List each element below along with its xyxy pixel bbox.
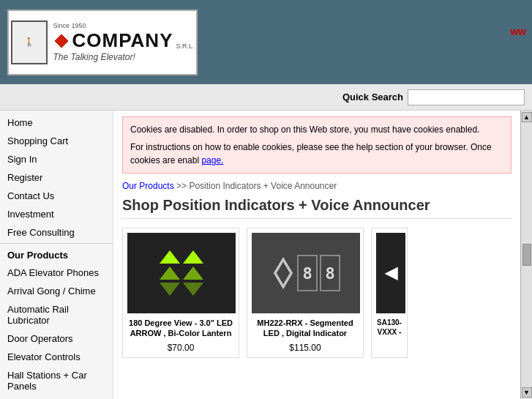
tri-up-2: [183, 250, 203, 264]
sidebar-item-automatic-rail-lubricator[interactable]: Automatic Rail Lubricator: [0, 300, 113, 329]
logo-box: 🚶 Since 1950 COMPANY S.R.L. The Talking …: [7, 10, 198, 75]
seg-arrow-icon: [271, 255, 295, 291]
sidebar-item-door-operators[interactable]: Door Operators: [0, 329, 113, 348]
arrow-row-1: [160, 250, 203, 264]
arrow-row-2: [160, 266, 203, 280]
tri-up-4: [183, 266, 203, 280]
product-name-2: MH222-RRX - Segmented LED , Digital Indi…: [252, 318, 359, 340]
logo-srl: S.R.L.: [176, 42, 194, 50]
product-card-1: 180 Degree View - 3.0" LED ARROW , Bi-Co…: [122, 228, 239, 358]
svg-marker-2: [276, 261, 291, 286]
seg-display: 8 8: [271, 255, 340, 291]
arrow-row-3: [160, 283, 203, 296]
search-label: Quick Search: [342, 92, 403, 102]
sidebar-item-register[interactable]: Register: [0, 168, 113, 187]
tri-up-1: [160, 250, 180, 264]
search-input[interactable]: [408, 89, 525, 105]
cookie-notice-line2: For instructions on how to enable cookie…: [130, 141, 503, 167]
products-grid: 180 Degree View - 3.0" LED ARROW , Bi-Co…: [122, 228, 512, 358]
product-image-2[interactable]: 8 8: [252, 233, 360, 313]
svg-marker-1: [274, 258, 292, 288]
sidebar-item-free-consulting[interactable]: Free Consulting: [0, 223, 113, 242]
svg-marker-0: [55, 34, 68, 48]
logo-tagline: The Talking Elevator!: [53, 52, 195, 62]
sidebar-item-investment[interactable]: Investment: [0, 205, 113, 223]
sidebar-section-title: Our Products: [0, 245, 113, 264]
sidebar-item-hall-stations-car-panels[interactable]: Hall Stations + Car Panels: [0, 366, 113, 395]
sidebar: Home Shopping Cart Sign In Register Cont…: [0, 111, 113, 399]
diamond-icon: [53, 33, 70, 49]
cookie-notice-line2-text: For instructions on how to enable cookie…: [130, 142, 492, 165]
logo-text-group: Since 1950 COMPANY S.R.L. The Talking El…: [53, 22, 195, 62]
product-card-2: 8 8 MH222-RRX - Segmented LED , Digital …: [247, 228, 364, 358]
scroll-down-button[interactable]: ▼: [522, 387, 532, 398]
cookie-notice-line1: Cookies are disabled. In order to shop o…: [130, 123, 503, 136]
sidebar-item-ada-elevator-phones[interactable]: ADA Elevator Phones: [0, 264, 113, 282]
product-price-2: $115.00: [252, 343, 359, 353]
tri-down-1: [160, 283, 180, 296]
breadcrumb-home[interactable]: Our Products: [122, 181, 174, 191]
breadcrumb-sep: >>: [174, 181, 187, 191]
sidebar-item-elevator-controls[interactable]: Elevator Controls: [0, 348, 113, 366]
header: 🚶 Since 1950 COMPANY S.R.L. The Talking …: [0, 0, 532, 84]
product-image-3[interactable]: ◀: [376, 233, 405, 313]
sidebar-item-light-curtains-door[interactable]: Light Curtains-Door: [0, 395, 113, 399]
cookie-notice-link[interactable]: page.: [201, 155, 223, 165]
scroll-up-button[interactable]: ▲: [522, 112, 532, 122]
right-scrollbar: ▲ ▼: [520, 111, 532, 399]
sidebar-item-sign-in[interactable]: Sign In: [0, 150, 113, 168]
main-layout: Home Shopping Cart Sign In Register Cont…: [0, 111, 532, 399]
content-area: Cookies are disabled. In order to shop o…: [113, 111, 520, 399]
product-image-1[interactable]: [127, 233, 236, 313]
logo-company: COMPANY: [72, 29, 173, 52]
sidebar-item-home[interactable]: Home: [0, 113, 113, 132]
product-price-1: $70.00: [127, 343, 234, 353]
tri-down-2: [183, 283, 203, 296]
logo-top: 🚶 Since 1950 COMPANY S.R.L. The Talking …: [11, 20, 195, 64]
sidebar-item-contact-us[interactable]: Contact Us: [0, 187, 113, 205]
tri-up-3: [160, 266, 180, 280]
seg-digit-2: 8: [320, 255, 340, 291]
product-name-3: SA130-VXXX -: [376, 318, 402, 340]
page-title: Shop Position Indicators + Voice Announc…: [122, 197, 512, 219]
header-ww-label: ww: [510, 26, 526, 37]
partial-display: ◀: [385, 264, 397, 283]
sidebar-item-arrival-gong-chime[interactable]: Arrival Gong / Chime: [0, 282, 113, 300]
breadcrumb: Our Products >> Position Indicators + Vo…: [122, 181, 512, 191]
search-bar: Quick Search: [0, 84, 532, 111]
product-name-1: 180 Degree View - 3.0" LED ARROW , Bi-Co…: [127, 318, 234, 340]
sidebar-divider: [0, 243, 113, 244]
seg-digit-1: 8: [297, 255, 318, 291]
cookie-notice: Cookies are disabled. In order to shop o…: [122, 116, 512, 174]
sidebar-item-shopping-cart[interactable]: Shopping Cart: [0, 132, 113, 150]
elevator-icon: 🚶: [11, 20, 48, 64]
breadcrumb-current: Position Indicators + Voice Announcer: [187, 181, 337, 191]
logo-since: Since 1950: [53, 22, 195, 29]
scroll-thumb[interactable]: [522, 244, 531, 266]
arrow-display: [160, 250, 203, 296]
product-card-3: ◀ SA130-VXXX -: [371, 228, 408, 358]
